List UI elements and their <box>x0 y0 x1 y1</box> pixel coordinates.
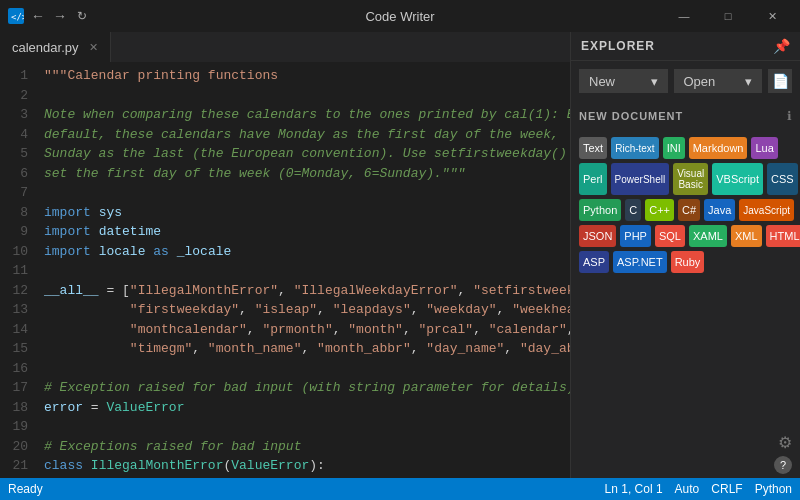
info-icon[interactable]: ℹ <box>787 109 792 123</box>
tab-close-button[interactable]: ✕ <box>89 41 98 54</box>
doc-type-lua-button[interactable]: Lua <box>751 137 777 159</box>
doc-type-css-button[interactable]: CSS <box>767 163 798 195</box>
tab-bar: calendar.py ✕ <box>0 32 570 62</box>
doc-type-json-button[interactable]: JSON <box>579 225 616 247</box>
doc-type-javascript-button[interactable]: JavaScript <box>739 199 794 221</box>
doc-type-java-button[interactable]: Java <box>704 199 735 221</box>
explorer-pin-icon[interactable]: 📌 <box>773 38 790 54</box>
explorer-header: EXPLORER 📌 <box>571 32 800 61</box>
doc-type-asp-net-button[interactable]: ASP.NET <box>613 251 667 273</box>
right-panel: EXPLORER 📌 New ▾ Open ▾ 📄 NEW DOCUMENT ℹ <box>570 32 800 478</box>
settings-icon[interactable]: ⚙ <box>778 433 792 452</box>
doc-type-php-button[interactable]: PHP <box>620 225 651 247</box>
doc-type-powershell-button[interactable]: PowerShell <box>611 163 670 195</box>
doc-type-html-button[interactable]: HTML <box>766 225 800 247</box>
svg-text:</>: </> <box>11 12 24 22</box>
title-bar: </> ← → ↻ Code Writer — □ ✕ <box>0 0 800 32</box>
doc-type-xml-button[interactable]: XML <box>731 225 762 247</box>
doc-type-c--button[interactable]: C# <box>678 199 700 221</box>
line-numbers: 12345 678910 1112131415 1617181920 21222… <box>0 62 36 478</box>
new-doc-panel: NEW DOCUMENT ℹ TextRich-textINIMarkdownL… <box>571 101 800 478</box>
editor-panel: calendar.py ✕ 12345 678910 1112131415 16… <box>0 32 570 478</box>
doc-type-ruby-button[interactable]: Ruby <box>671 251 705 273</box>
doc-type-python-button[interactable]: Python <box>579 199 621 221</box>
doc-type-perl-button[interactable]: Perl <box>579 163 607 195</box>
status-bar: Ready Ln 1, Col 1 Auto CRLF Python <box>0 478 800 500</box>
code-area: 12345 678910 1112131415 1617181920 21222… <box>0 62 570 478</box>
explorer-title: EXPLORER <box>581 39 655 53</box>
help-icon[interactable]: ? <box>774 456 792 474</box>
status-lineending: CRLF <box>711 482 742 496</box>
file-icon: 📄 <box>772 73 789 89</box>
status-ready: Ready <box>8 482 43 496</box>
doc-type-markdown-button[interactable]: Markdown <box>689 137 748 159</box>
new-doc-title: NEW DOCUMENT <box>579 110 683 122</box>
tab-filename: calendar.py <box>12 40 79 55</box>
title-bar-left: </> ← → ↻ <box>8 8 90 24</box>
refresh-button[interactable]: ↻ <box>74 8 90 24</box>
doc-type-sql-button[interactable]: SQL <box>655 225 685 247</box>
minimize-button[interactable]: — <box>664 0 704 32</box>
doc-type-grid: TextRich-textINIMarkdownLuaPerlPowerShel… <box>579 133 792 273</box>
forward-button[interactable]: → <box>52 8 68 24</box>
doc-type-c---button[interactable]: C++ <box>645 199 674 221</box>
doc-type-vbscript-button[interactable]: VBScript <box>712 163 763 195</box>
close-button[interactable]: ✕ <box>752 0 792 32</box>
code-editor[interactable]: """Calendar printing functions Note when… <box>36 62 570 478</box>
back-button[interactable]: ← <box>30 8 46 24</box>
status-encoding: Auto <box>675 482 700 496</box>
window-title: Code Writer <box>365 9 434 24</box>
new-doc-header: NEW DOCUMENT ℹ <box>579 109 792 123</box>
status-position: Ln 1, Col 1 <box>605 482 663 496</box>
editor-tab[interactable]: calendar.py ✕ <box>0 32 111 62</box>
doc-type-xaml-button[interactable]: XAML <box>689 225 727 247</box>
doc-type-c-button[interactable]: C <box>625 199 641 221</box>
status-language: Python <box>755 482 792 496</box>
doc-type-ini-button[interactable]: INI <box>663 137 685 159</box>
window-controls: — □ ✕ <box>664 0 792 32</box>
doc-type-rich-text-button[interactable]: Rich-text <box>611 137 658 159</box>
main-layout: calendar.py ✕ 12345 678910 1112131415 16… <box>0 32 800 478</box>
new-button[interactable]: New ▾ <box>579 69 668 93</box>
file-icon-button[interactable]: 📄 <box>768 69 792 93</box>
explorer-actions: New ▾ Open ▾ 📄 <box>571 61 800 101</box>
status-bar-right: Ln 1, Col 1 Auto CRLF Python <box>605 482 792 496</box>
doc-type-visual-basic-button[interactable]: Visual Basic <box>673 163 708 195</box>
app-icon: </> <box>8 8 24 24</box>
doc-type-asp-button[interactable]: ASP <box>579 251 609 273</box>
maximize-button[interactable]: □ <box>708 0 748 32</box>
open-button[interactable]: Open ▾ <box>674 69 763 93</box>
doc-type-text-button[interactable]: Text <box>579 137 607 159</box>
